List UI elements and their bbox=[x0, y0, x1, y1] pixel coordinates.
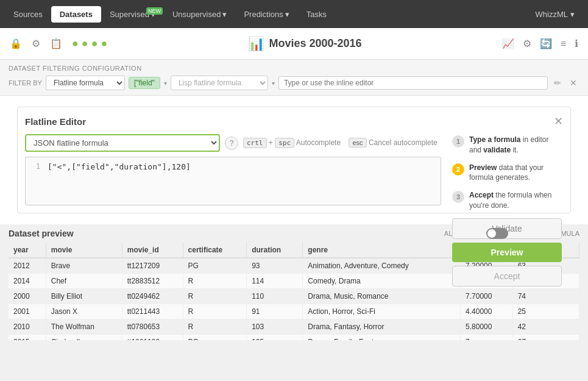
new-badge: NEW bbox=[146, 7, 163, 15]
col-movie-id: movie_id bbox=[122, 243, 183, 258]
status-dots: ● ● ● ● bbox=[69, 35, 110, 52]
dataset-icon[interactable]: ⚙ bbox=[29, 35, 43, 52]
editor-close-btn[interactable]: ✕ bbox=[554, 115, 563, 128]
filter-formula-type[interactable]: Lisp flatline formula bbox=[171, 76, 268, 90]
filter-text-input[interactable] bbox=[278, 76, 548, 90]
nav-datasets[interactable]: Datasets bbox=[51, 6, 101, 23]
flatline-editor: Flatline Editor ✕ JSON flatline formula … bbox=[17, 107, 571, 213]
top-nav: Sources Datasets Supervised NEW ▾ Unsupe… bbox=[0, 0, 588, 28]
cell-year: 2014 bbox=[9, 274, 46, 289]
cell-duration: 114 bbox=[247, 274, 303, 289]
cell-movie_id: tt1217209 bbox=[122, 258, 183, 274]
cell-rate: 7.70000 bbox=[461, 289, 513, 304]
whizzml-menu[interactable]: WhizzML ▾ bbox=[527, 6, 583, 23]
cell-movie: The Wolfman bbox=[46, 319, 122, 335]
step-2: 2 Preview data that your formula generat… bbox=[452, 163, 562, 183]
accept-btn[interactable]: Accept bbox=[452, 266, 562, 287]
cell-movie: Chef bbox=[46, 274, 122, 289]
col-duration: duration bbox=[247, 243, 303, 258]
code-line-1: 1 ["<",["field","duration"],120] bbox=[30, 162, 436, 171]
cell-genre: Drama, Music, Romance bbox=[303, 289, 461, 304]
cell-movie_id: tt0780653 bbox=[122, 319, 183, 335]
editor-title: Flatline Editor bbox=[25, 116, 86, 127]
cell-certificate: PG bbox=[183, 335, 247, 341]
filter-field-tag: ["field" bbox=[129, 77, 160, 89]
cell-rate: 5.80000 bbox=[461, 319, 513, 335]
filter-type-select[interactable]: Flatline formula bbox=[46, 76, 125, 90]
cell-certificate: R bbox=[183, 304, 247, 319]
cell-movie_id: tt0211443 bbox=[122, 304, 183, 319]
cell-year: 2000 bbox=[9, 289, 46, 304]
table-row: 2001Jason Xtt0211443R91Action, Horror, S… bbox=[9, 304, 579, 319]
nav-supervised[interactable]: Supervised NEW ▾ bbox=[101, 6, 164, 23]
filter-close-icon[interactable]: ✕ bbox=[567, 77, 579, 89]
cell-certificate: R bbox=[183, 289, 247, 304]
line-number: 1 bbox=[30, 162, 40, 171]
filter-config: DATASET FILTERING CONFIGURATION FILTER B… bbox=[0, 60, 588, 96]
cell-genre: Comedy, Drama bbox=[303, 274, 461, 289]
ctrl-key: crtl bbox=[243, 138, 267, 148]
nav-sources[interactable]: Sources bbox=[5, 6, 51, 23]
table-row: 2010The Wolfmantt0780653R103Drama, Fanta… bbox=[9, 319, 579, 335]
cell-movie_id: tt2883512 bbox=[122, 274, 183, 289]
cell-duration: 103 bbox=[247, 319, 303, 335]
toolbar-actions: 📈 ⚙ 🔄 ≡ ℹ bbox=[500, 35, 581, 52]
step-3: 3 Accept the formula when you're done. bbox=[452, 190, 562, 211]
cell-metascore: 67 bbox=[512, 335, 579, 341]
help-btn[interactable]: ? bbox=[225, 137, 238, 150]
settings-icon[interactable]: ⚙ bbox=[520, 35, 534, 52]
cell-duration: 110 bbox=[247, 289, 303, 304]
col-year: year bbox=[9, 243, 46, 258]
formula-type-select[interactable]: JSON flatline formula bbox=[25, 134, 220, 152]
cell-duration: 93 bbox=[247, 258, 303, 274]
cell-metascore: 42 bbox=[512, 319, 579, 335]
filter-caret: ▾ bbox=[164, 80, 167, 87]
refresh-icon[interactable]: 🔄 bbox=[537, 35, 554, 52]
editor-steps: 1 Type a formula in editor and validate … bbox=[452, 135, 562, 287]
chart-icon[interactable]: 📈 bbox=[500, 35, 517, 52]
preview-title: Dataset preview bbox=[9, 229, 74, 238]
transform-icon[interactable]: 📋 bbox=[48, 35, 65, 52]
toggle-thumb bbox=[487, 229, 496, 238]
filter-caret2: ▾ bbox=[272, 80, 275, 87]
code-content: ["<",["field","duration"],120] bbox=[48, 162, 191, 171]
spc-key: spc bbox=[275, 138, 294, 148]
col-genre: genre bbox=[303, 243, 461, 258]
lock-icon: 🔒 bbox=[7, 35, 24, 52]
cell-genre: Animation, Adventure, Comedy bbox=[303, 258, 461, 274]
step-1-text: Type a formula in editor and validate it… bbox=[469, 135, 562, 155]
cell-rate: 7 bbox=[461, 335, 513, 341]
cell-genre: Drama, Fantasy, Horror bbox=[303, 319, 461, 335]
cell-genre: Drama, Family, Fantasy bbox=[303, 335, 461, 341]
cell-movie: Billy Elliot bbox=[46, 289, 122, 304]
filter-row: FILTER BY Flatline formula ["field" ▾ Li… bbox=[9, 76, 579, 90]
preview-header: Dataset preview ALL FIELDS FIELDS IN FOR… bbox=[9, 228, 579, 239]
cell-movie: Brave bbox=[46, 258, 122, 274]
step-3-num: 3 bbox=[452, 191, 464, 203]
table-row: 2015Cinderellatt1661199PG105Drama, Famil… bbox=[9, 335, 579, 341]
cell-year: 2001 bbox=[9, 304, 46, 319]
info-icon[interactable]: ℹ bbox=[572, 35, 581, 52]
step-3-text: Accept the formula when you're done. bbox=[469, 190, 562, 211]
nav-tasks[interactable]: Tasks bbox=[298, 6, 335, 23]
autocomplete-info: crtl + spc Autocomplete esc Cancel autoc… bbox=[243, 138, 437, 148]
cell-movie: Cinderella bbox=[46, 335, 122, 341]
editor-container: Flatline Editor ✕ JSON flatline formula … bbox=[0, 96, 588, 224]
preview-btn[interactable]: Preview bbox=[452, 243, 562, 262]
fields-toggle[interactable] bbox=[486, 228, 508, 239]
cell-metascore: 25 bbox=[512, 304, 579, 319]
toolbar: 🔒 ⚙ 📋 ● ● ● ● 📊 Movies 2000-2016 📈 ⚙ 🔄 ≡… bbox=[0, 28, 588, 60]
cell-year: 2010 bbox=[9, 319, 46, 335]
filter-label: FILTER BY bbox=[9, 79, 42, 87]
filter-config-title: DATASET FILTERING CONFIGURATION bbox=[9, 65, 579, 72]
cell-movie: Jason X bbox=[46, 304, 122, 319]
code-editor-area[interactable]: 1 ["<",["field","duration"],120] bbox=[25, 157, 441, 205]
cell-movie_id: tt0249462 bbox=[122, 289, 183, 304]
nav-predictions[interactable]: Predictions ▾ bbox=[235, 6, 297, 23]
nav-unsupervised[interactable]: Unsupervised ▾ bbox=[164, 6, 236, 23]
esc-key: esc bbox=[349, 138, 366, 148]
filter-edit-icon[interactable]: ✏ bbox=[551, 77, 564, 89]
step-1: 1 Type a formula in editor and validate … bbox=[452, 135, 562, 155]
formula-icon[interactable]: ≡ bbox=[558, 36, 569, 52]
dataset-title: 📊 Movies 2000-2016 bbox=[115, 36, 495, 52]
